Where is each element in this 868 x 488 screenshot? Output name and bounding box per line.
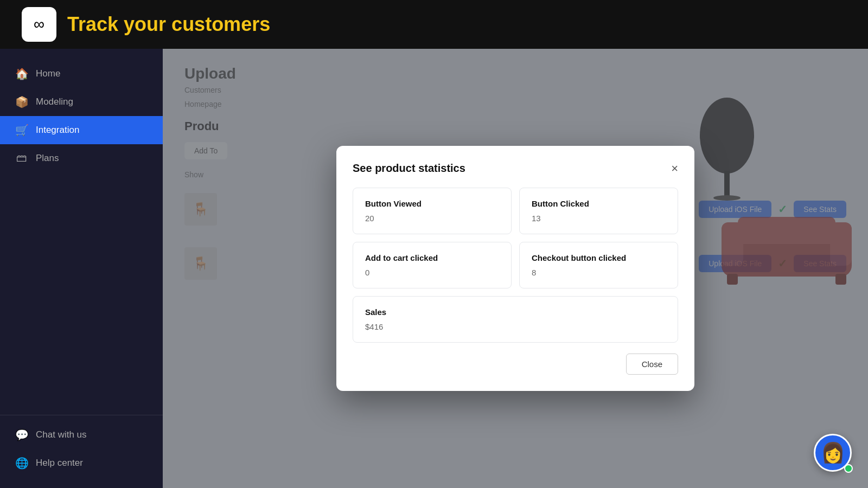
sidebar-bottom: 💬 Chat with us 🌐 Help center [0,415,163,477]
sales-card: Sales $416 [353,296,678,343]
logo: ∞ [22,7,56,42]
stat-label-button-clicked: Button Clicked [532,199,666,208]
integration-icon: 🛒 [15,124,28,137]
content-area: Upload Customers Homepage Produ Add To S… [163,49,868,488]
sidebar-item-chat[interactable]: 💬 Chat with us [0,421,163,449]
stats-grid: Button Viewed 20 Button Clicked 13 Add t… [353,188,678,288]
sidebar-label-chat: Chat with us [36,429,87,440]
modal-header: See product statistics × [353,162,678,175]
modal: See product statistics × Button Viewed 2… [336,146,694,391]
modal-footer: Close [353,354,678,375]
top-header: ∞ Track your customers [0,0,868,49]
stat-card-checkout: Checkout button clicked 8 [519,242,678,288]
home-icon: 🏠 [15,67,28,80]
header-title: Track your customers [67,13,270,36]
modeling-icon: 📦 [15,95,28,108]
sidebar-item-home[interactable]: 🏠 Home [0,60,163,88]
chat-icon: 💬 [15,428,28,441]
stat-value-button-viewed: 20 [365,214,499,223]
sidebar-item-plans[interactable]: 🗃 Plans [0,144,163,172]
main-layout: 🏠 Home 📦 Modeling 🛒 Integration 🗃 Plans … [0,49,868,488]
stat-label-checkout: Checkout button clicked [532,253,666,262]
plans-icon: 🗃 [15,152,28,164]
stat-value-add-to-cart: 0 [365,268,499,277]
stat-card-add-to-cart: Add to cart clicked 0 [353,242,512,288]
stat-value-button-clicked: 13 [532,214,666,223]
modal-close-button[interactable]: × [671,163,678,175]
stat-label-button-viewed: Button Viewed [365,199,499,208]
sales-value: $416 [365,322,666,331]
sidebar-label-integration: Integration [36,125,79,136]
modal-title: See product statistics [353,162,465,175]
help-icon: 🌐 [15,457,28,470]
modal-overlay: See product statistics × Button Viewed 2… [163,49,868,488]
sidebar-label-modeling: Modeling [36,97,73,107]
sidebar-item-integration[interactable]: 🛒 Integration [0,116,163,144]
sidebar: 🏠 Home 📦 Modeling 🛒 Integration 🗃 Plans … [0,49,163,488]
sidebar-item-help[interactable]: 🌐 Help center [0,449,163,477]
avatar-image: 👩 [821,441,845,464]
stat-label-add-to-cart: Add to cart clicked [365,253,499,262]
sales-label: Sales [365,307,666,317]
sidebar-label-help: Help center [36,458,83,468]
stat-card-button-clicked: Button Clicked 13 [519,188,678,234]
stat-card-button-viewed: Button Viewed 20 [353,188,512,234]
sidebar-label-plans: Plans [36,153,59,164]
header-title-highlight: your customers [124,13,270,35]
logo-icon: ∞ [34,16,44,33]
modal-close-footer-button[interactable]: Close [626,354,678,375]
sidebar-label-home: Home [36,68,60,79]
stat-value-checkout: 8 [532,268,666,277]
header-title-static: Track [67,13,124,35]
sidebar-item-modeling[interactable]: 📦 Modeling [0,88,163,116]
avatar-online-dot [844,464,853,473]
